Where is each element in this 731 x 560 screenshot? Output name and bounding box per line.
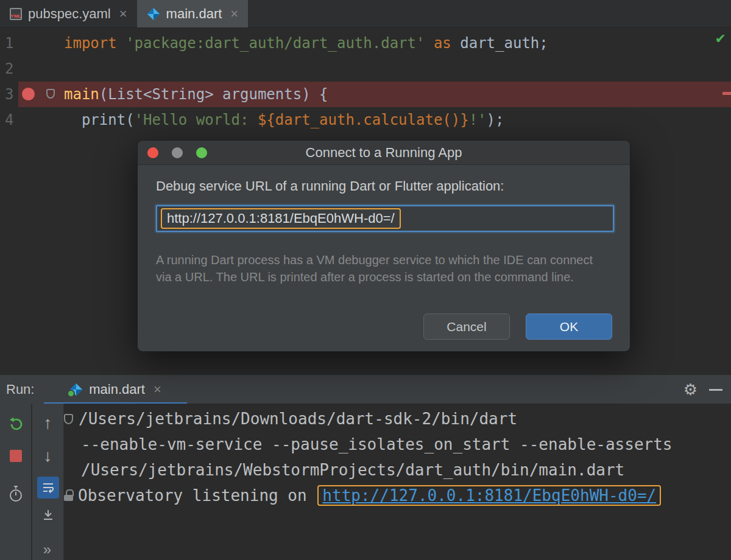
run-toolbar <box>0 404 32 560</box>
code-token: main <box>64 86 99 103</box>
code-line[interactable]: import 'package:dart_auth/dart_auth.dart… <box>64 30 731 56</box>
dart-file-icon <box>147 7 160 21</box>
code-token <box>117 35 125 52</box>
breakpoint-icon[interactable] <box>22 88 35 100</box>
tab-main-dart[interactable]: main.dart × <box>137 0 249 27</box>
code-line[interactable]: print('Hello world: ${dart_auth.calculat… <box>64 107 731 133</box>
code-token: 'Hello world: <box>135 111 258 128</box>
soft-wrap-icon[interactable] <box>37 477 59 499</box>
dialog-buttons: Cancel OK <box>423 313 612 340</box>
console-line: --enable-vm-service --pause_isolates_on_… <box>64 432 731 457</box>
dialog-titlebar[interactable]: Connect to a Running App <box>138 141 630 165</box>
rerun-button[interactable] <box>8 416 24 434</box>
code-line[interactable]: main(List<String> arguments) { <box>64 82 731 107</box>
scroll-to-end-icon[interactable] <box>41 508 55 524</box>
down-stack-icon[interactable]: ↓ <box>44 447 52 464</box>
code-token: 'package:dart_auth/dart_auth.dart' <box>125 35 425 52</box>
fold-marker-icon[interactable] <box>64 414 73 424</box>
connect-dialog: Connect to a Running App Debug service U… <box>137 140 630 352</box>
run-tab-label: main.dart <box>89 382 145 397</box>
code-token: (List<String> arguments) { <box>99 86 328 103</box>
code-token: !' <box>469 111 487 128</box>
yaml-file-icon: YML <box>10 8 22 20</box>
annotation-highlight: http://127.0.0.1:8181/EbqE0hWH-d0=/ <box>161 208 401 229</box>
debug-url-input[interactable]: http://127.0.0.1:8181/EbqE0hWH-d0=/ <box>156 205 614 232</box>
console-line: /Users/jetbrains/Downloads/dart-sdk-2/bi… <box>64 406 731 432</box>
timer-icon[interactable] <box>8 485 24 505</box>
run-panel-label: Run: <box>6 375 34 404</box>
code-token <box>425 35 433 52</box>
stop-button[interactable] <box>10 450 22 462</box>
code-token: print( <box>64 111 135 128</box>
minimize-window-button[interactable] <box>172 147 183 158</box>
close-tab-icon[interactable]: × <box>230 6 238 22</box>
close-window-button[interactable] <box>147 147 158 158</box>
fold-marker-icon[interactable] <box>46 89 55 99</box>
console-output[interactable]: /Users/jetbrains/Downloads/dart-sdk-2/bi… <box>64 404 731 560</box>
ok-button[interactable]: OK <box>526 313 612 340</box>
console-toolbar: ↑ ↓ » <box>32 404 64 560</box>
debug-url-label: Debug service URL of a running Dart or F… <box>156 178 504 194</box>
console-line: /Users/jetbrains/WebstormProjects/dart_a… <box>64 457 731 483</box>
lock-marker-icon[interactable] <box>64 489 74 502</box>
line-number[interactable]: 1 <box>0 30 58 56</box>
inspection-ok-icon: ✔ <box>715 31 726 47</box>
yaml-badge: YML <box>10 13 21 19</box>
up-stack-icon[interactable]: ↑ <box>44 415 52 432</box>
hide-panel-icon[interactable] <box>709 389 722 391</box>
zoom-window-button[interactable] <box>196 147 207 158</box>
editor-tab-bar: YML pubspec.yaml × main.dart × <box>0 0 731 27</box>
run-panel-header: Run: main.dart × ⚙ <box>0 374 731 404</box>
close-tab-icon[interactable]: × <box>154 382 161 397</box>
tab-label: pubspec.yaml <box>28 6 111 22</box>
code-token: as <box>434 35 451 52</box>
tab-pubspec-yaml[interactable]: YML pubspec.yaml × <box>0 0 137 27</box>
run-tab-main-dart[interactable]: main.dart × <box>44 375 187 404</box>
ide-window: YML pubspec.yaml × main.dart × 1234 impo… <box>0 0 731 560</box>
line-number[interactable]: 4 <box>0 107 58 133</box>
console-text: /Users/jetbrains/Downloads/dart-sdk-2/bi… <box>79 410 517 428</box>
console-text: /Users/jetbrains/WebstormProjects/dart_a… <box>81 461 624 479</box>
tab-label: main.dart <box>166 6 222 22</box>
editor-lines: import 'package:dart_auth/dart_auth.dart… <box>58 27 731 133</box>
annotation-highlight: http://127.0.0.1:8181/EbqE0hWH-d0=/ <box>317 485 661 506</box>
close-tab-icon[interactable]: × <box>119 6 127 22</box>
cancel-button[interactable]: Cancel <box>423 313 510 340</box>
console-text: --enable-vm-service --pause_isolates_on_… <box>81 435 673 453</box>
console-text: Observatory listening on <box>78 486 316 505</box>
dialog-description: A running Dart process has a VM debugger… <box>156 251 607 285</box>
dart-run-icon <box>69 383 83 396</box>
dialog-title: Connect to a Running App <box>138 141 630 165</box>
code-line[interactable] <box>64 56 731 82</box>
editor-gutter[interactable]: 1234 <box>0 27 58 133</box>
line-number[interactable]: 2 <box>0 56 58 82</box>
code-token: dart_auth; <box>451 35 548 52</box>
code-token: ); <box>487 111 504 128</box>
code-token: import <box>64 35 117 52</box>
error-stripe-mark[interactable] <box>722 92 731 95</box>
more-icon[interactable]: » <box>43 541 52 558</box>
console-line: Observatory listening on http://127.0.0.… <box>64 483 731 508</box>
settings-gear-icon[interactable]: ⚙ <box>683 375 697 404</box>
code-token: ${dart_auth.calculate()} <box>258 111 469 128</box>
debug-url-value: http://127.0.0.1:8181/EbqE0hWH-d0=/ <box>167 211 395 226</box>
observatory-url-link[interactable]: http://127.0.0.1:8181/EbqE0hWH-d0=/ <box>322 486 656 505</box>
